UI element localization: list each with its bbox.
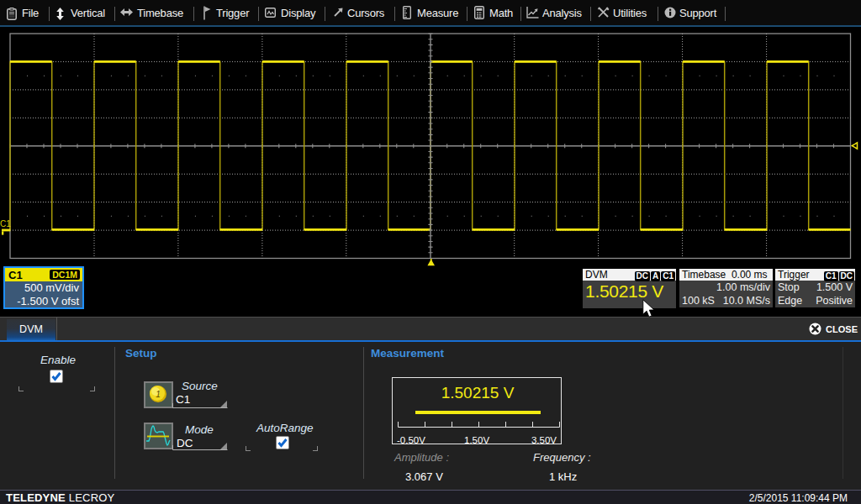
svg-text:1: 1: [156, 390, 161, 399]
svg-text:C1: C1: [0, 219, 11, 228]
